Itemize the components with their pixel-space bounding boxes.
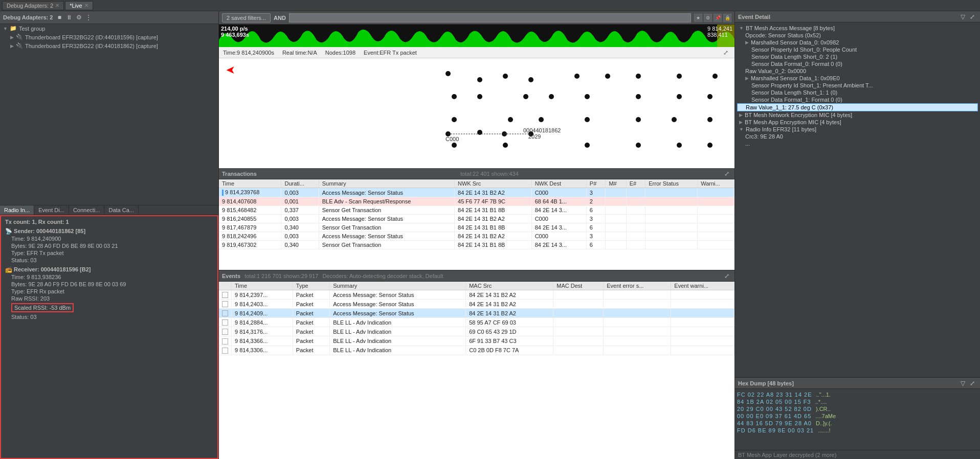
evt-col-warning: Event warni...	[671, 282, 734, 290]
trans-error	[645, 241, 698, 249]
trans-duration: 0,001	[281, 197, 319, 206]
transaction-row[interactable]: 9 814,407608 0,001 BLE Adv - Scan Reques…	[219, 197, 734, 206]
transaction-row[interactable]: 9 817,467879 0,340 Sensor Get Transactio…	[219, 223, 734, 232]
tab-event-display[interactable]: Event Di...	[34, 205, 69, 215]
events-table-container[interactable]: Time Type Summary MAC Src MAC Dest Event…	[219, 282, 734, 459]
detail-tree-item[interactable]: ▼Radio Info EFR32 [11 bytes]	[737, 126, 978, 133]
event-row[interactable]: 9 814,3176... Packet BLE LL - Adv Indica…	[219, 327, 734, 336]
detail-tree-item: Sensor Data Length Short_0: 2 (1)	[737, 53, 978, 60]
tree-test-group[interactable]: ▼ 📁 Test group	[0, 24, 218, 33]
transactions-table-container[interactable]: Time Durati... Summary NWK Src NWK Dest …	[219, 179, 734, 270]
radio-info-panel: Tx count: 1, Rx count: 1 📡 Sender: 00044…	[0, 215, 218, 459]
debug-adapters-toolbar: ■ ⏸ ⚙ ⋮	[55, 13, 93, 22]
filter-icon-lock[interactable]: 🔒	[723, 14, 731, 22]
tab-live-close[interactable]: ✕	[84, 3, 88, 8]
trans-expand-btn[interactable]: ⤢	[722, 169, 731, 178]
trans-nwk-dest: C000	[531, 188, 586, 197]
event-row[interactable]: 9 814,3306... Packet BLE LL - Adv Indica…	[219, 346, 734, 355]
debug-pause-btn[interactable]: ⏸	[64, 13, 74, 22]
detail-expand-btn[interactable]: ⤢	[968, 12, 977, 21]
filter-icon-pin[interactable]: 📌	[714, 14, 722, 22]
hex-expand-btn[interactable]: ⤢	[968, 379, 977, 388]
evt-col-mac-dest: MAC Dest	[553, 282, 604, 290]
detail-tree-item[interactable]: ▶BT Mesh Network Encryption MIC [4 bytes…	[737, 111, 978, 119]
trans-nwk-dest: 84 2E 14 3...	[531, 206, 586, 215]
tree-device-1[interactable]: ▶ 🔌 Thunderboard EFR32BG22 (ID:440181596…	[0, 33, 218, 41]
transaction-row[interactable]: 9 816,240855 0,003 Access Message: Senso…	[219, 215, 734, 223]
trans-time: 9 815,468482	[219, 206, 281, 215]
detail-tree-item[interactable]: ▶Marshalled Sensor Data_1: 0x09E0	[737, 75, 978, 82]
filter-icon-settings[interactable]: ⚙	[704, 14, 712, 22]
tree-device-2[interactable]: ▶ 🔌 Thunderboard EFR32BG22 (ID:440181862…	[0, 41, 218, 50]
event-row[interactable]: 9 814,2397... Packet Access Message: Sen…	[219, 290, 734, 300]
evt-type: Packet	[293, 346, 329, 355]
hex-dump-panel: Hex Dump [48 bytes] ▽ ⤢ FC 02 22 A8 23 3…	[735, 377, 980, 459]
evt-type: Packet	[293, 336, 329, 346]
tab-radio-info[interactable]: Radio In...	[0, 205, 34, 215]
hex-row: FC 02 22 A8 23 31 14 2E.."...1.	[737, 391, 978, 398]
sender-label: 📡 Sender: 000440181862 [85]	[5, 227, 213, 235]
tab-live[interactable]: *Live ✕	[65, 1, 93, 10]
event-row[interactable]: 9 814,2884... Packet BLE LL - Adv Indica…	[219, 318, 734, 327]
map-expand-btn[interactable]: ⤢	[721, 48, 730, 57]
tree-device1-icon: 🔌	[16, 34, 23, 40]
evt-mac-dest	[553, 336, 604, 346]
evt-warning	[671, 327, 734, 336]
scaled-rssi-box: Scaled RSSI: -53 dBm	[11, 303, 74, 312]
detail-tree-item[interactable]: ▶Marshalled Sensor Data_0: 0x0982	[737, 39, 978, 46]
svg-point-19	[585, 94, 590, 99]
detail-arrow: ▼	[739, 127, 744, 132]
debug-stop-btn[interactable]: ■	[55, 13, 64, 22]
tab-debug-adapters-close[interactable]: ✕	[55, 3, 59, 8]
filter-input[interactable]	[289, 13, 691, 22]
tree-device1-label: Thunderboard EFR32BG22 (ID:440181596) [c…	[25, 34, 158, 40]
evt-type: Packet	[293, 327, 329, 336]
saved-filters-btn[interactable]: 2 saved filters...	[222, 13, 271, 22]
trans-e	[626, 206, 645, 215]
detail-tree-item[interactable]: ▶BT Mesh App Encryption MIC [4 bytes]	[737, 119, 978, 126]
detail-collapse-btn[interactable]: ▽	[958, 12, 967, 21]
debug-gear-btn[interactable]: ⚙	[74, 13, 83, 22]
hex-dump-header: Hex Dump [48 bytes] ▽ ⤢	[735, 378, 980, 389]
transactions-header-row: Time Durati... Summary NWK Src NWK Dest …	[219, 179, 734, 188]
evt-warning	[671, 309, 734, 318]
svg-point-32	[672, 117, 677, 122]
hex-ascii: .......!	[818, 427, 830, 433]
event-detail-toolbar: ▽ ⤢	[958, 12, 977, 21]
tab-live-label: *Live	[70, 3, 82, 9]
trans-error	[645, 197, 698, 206]
tab-debug-adapters[interactable]: Debug Adapters: 2 ✕	[2, 1, 64, 10]
transaction-row[interactable]: 9 819,467302 0,340 Sensor Get Transactio…	[219, 241, 734, 249]
events-expand-btn[interactable]: ⤢	[722, 271, 731, 281]
trans-p: 3	[586, 188, 606, 197]
event-row[interactable]: 9 814,3366... Packet BLE LL - Adv Indica…	[219, 336, 734, 346]
event-row[interactable]: 9 814,2403... Packet Access Message: Sen…	[219, 300, 734, 309]
tab-connections[interactable]: Connecti...	[69, 205, 105, 215]
evt-error	[604, 336, 671, 346]
trans-p: 3	[586, 215, 606, 223]
transaction-row[interactable]: 9 815,468482 0,337 Sensor Get Transactio…	[219, 206, 734, 215]
event-row[interactable]: 9 814,2409... Packet Access Message: Sen…	[219, 309, 734, 318]
debug-more-btn[interactable]: ⋮	[84, 13, 93, 22]
filter-icon-bookmark[interactable]: ★	[694, 14, 702, 22]
transactions-header: Transactions total:22 401 shown:434 ⤢	[219, 168, 734, 179]
svg-point-2	[446, 71, 451, 76]
left-panel: Debug Adapters: 2 ■ ⏸ ⚙ ⋮ ▼ 📁 Test group…	[0, 11, 219, 459]
trans-warning	[698, 232, 734, 241]
evt-error	[604, 346, 671, 355]
receiver-icon: 📻	[5, 266, 12, 272]
tab-data-capture[interactable]: Data Ca...	[104, 205, 139, 215]
scaled-rssi-text: Scaled RSSI: -53 dBm	[14, 305, 71, 311]
hex-collapse-btn[interactable]: ▽	[958, 379, 967, 388]
transaction-row[interactable]: 9 814,239768 0,003 Access Message: Senso…	[219, 188, 734, 197]
detail-item-label: Raw Value_0_2: 0x0000	[745, 68, 806, 74]
debug-adapters-title: Debug Adapters: 2	[3, 14, 53, 20]
detail-tree-item[interactable]: ▼BT Mesh Access Message [8 bytes]	[737, 25, 978, 32]
hex-bytes: FC 02 22 A8 23 31 14 2E	[737, 392, 812, 398]
evt-marker	[219, 327, 232, 336]
trans-warning	[698, 241, 734, 249]
main-content: Debug Adapters: 2 ■ ⏸ ⚙ ⋮ ▼ 📁 Test group…	[0, 11, 980, 459]
detail-arrow: ▶	[745, 40, 749, 45]
transaction-row[interactable]: 9 818,242496 0,003 Access Message: Senso…	[219, 232, 734, 241]
trans-time: 9 814,407608	[219, 197, 281, 206]
